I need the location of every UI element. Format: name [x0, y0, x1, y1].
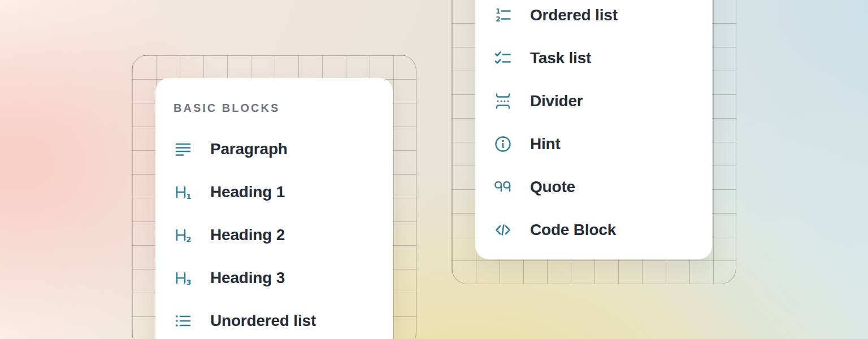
menu-item-unordered-list[interactable]: Unordered list	[173, 299, 375, 339]
quote-icon	[493, 177, 513, 197]
menu-item-label: Quote	[530, 178, 575, 196]
menu-item-heading-1[interactable]: 1 Heading 1	[173, 171, 375, 214]
menu-item-heading-3[interactable]: 3 Heading 3	[173, 257, 375, 299]
menu-item-ordered-list[interactable]: 12 Ordered list	[493, 0, 694, 37]
ordered-list-icon: 12	[493, 6, 513, 25]
menu-item-quote[interactable]: Quote	[493, 166, 694, 208]
menu-item-label: Hint	[530, 135, 561, 153]
paragraph-icon	[173, 140, 193, 159]
menu-item-label: Heading 3	[210, 269, 285, 287]
menu-section-header: BASIC BLOCKS	[173, 101, 375, 115]
menu-item-paragraph[interactable]: Paragraph	[173, 128, 375, 171]
menu-item-label: Paragraph	[210, 140, 288, 158]
menu-item-hint[interactable]: Hint	[493, 123, 694, 166]
menu-item-heading-2[interactable]: 2 Heading 2	[173, 214, 375, 257]
menu-item-code-block[interactable]: Code Block	[493, 208, 694, 251]
svg-text:1: 1	[496, 7, 501, 15]
svg-text:1: 1	[186, 192, 192, 201]
svg-text:2: 2	[496, 15, 501, 23]
menu-item-label: Task list	[530, 49, 591, 67]
divider-icon	[493, 92, 513, 111]
svg-text:3: 3	[186, 278, 192, 286]
heading-1-icon: 1	[173, 182, 193, 202]
menu-item-label: Ordered list	[530, 6, 618, 24]
menu-item-divider[interactable]: Divider	[493, 80, 694, 123]
basic-blocks-menu: BASIC BLOCKS Paragraph 1 Heading 1 2 Hea…	[155, 78, 393, 339]
menu-item-label: Unordered list	[210, 312, 316, 330]
menu-item-label: Heading 2	[210, 226, 285, 244]
task-list-icon	[493, 49, 513, 68]
unordered-list-icon	[173, 311, 193, 331]
heading-2-icon: 2	[173, 225, 193, 245]
code-block-icon	[493, 220, 513, 240]
menu-item-label: Heading 1	[210, 183, 285, 201]
hint-icon	[493, 134, 513, 154]
menu-item-label: Divider	[530, 92, 583, 110]
svg-text:2: 2	[186, 235, 192, 244]
heading-3-icon: 3	[173, 268, 193, 288]
menu-item-task-list[interactable]: Task list	[493, 37, 694, 80]
menu-item-label: Code Block	[530, 221, 616, 239]
blocks-menu-continued: 12 Ordered list Task list Divider	[475, 0, 712, 259]
